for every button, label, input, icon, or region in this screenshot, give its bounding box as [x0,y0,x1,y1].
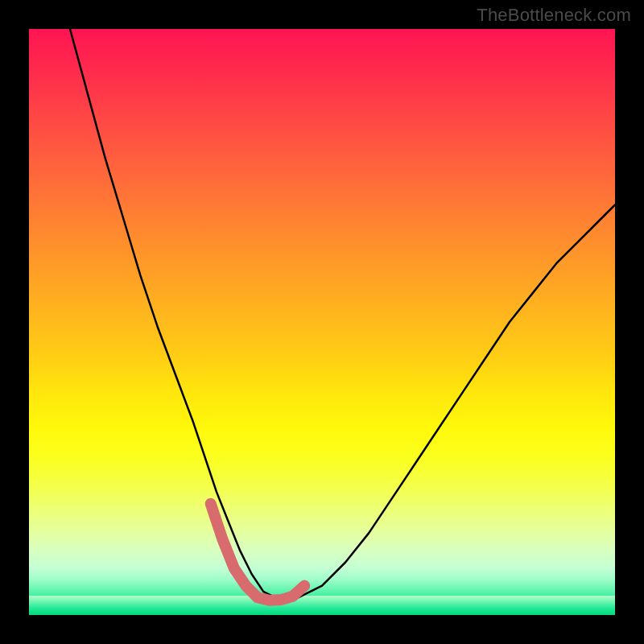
watermark-text: TheBottleneck.com [477,5,631,26]
valley-highlight-line [211,504,305,601]
plot-area [29,29,615,615]
chart-frame: TheBottleneck.com [0,0,644,644]
curve-svg [29,29,615,615]
bottleneck-curve-line [70,29,615,601]
